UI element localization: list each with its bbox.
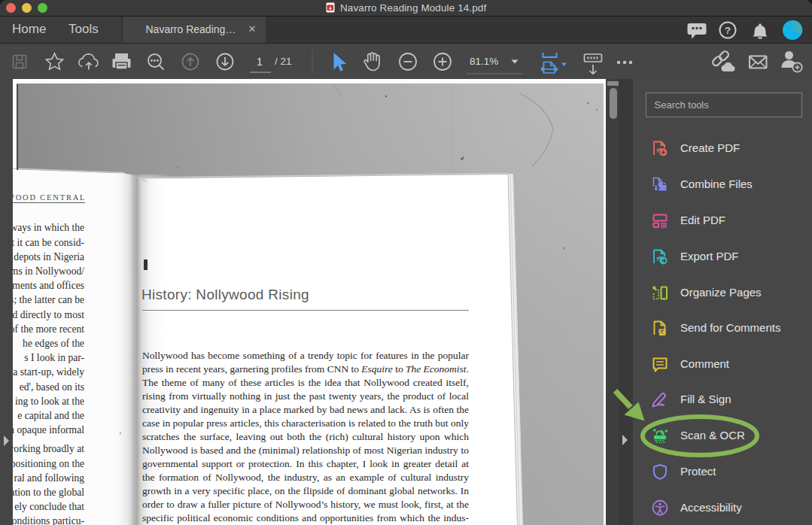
svg-text:?: ?: [725, 25, 731, 36]
